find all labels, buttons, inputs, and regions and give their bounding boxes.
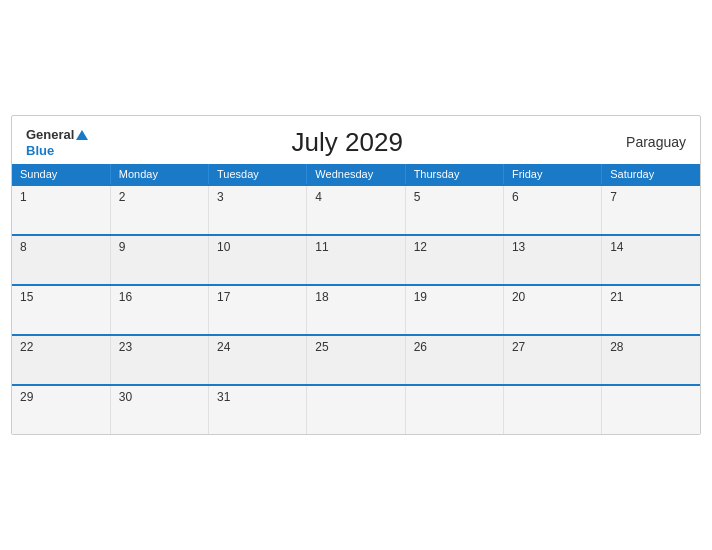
- calendar: General Blue July 2029 Paraguay Sunday M…: [11, 115, 701, 435]
- day-number: 18: [315, 290, 396, 304]
- day-number: 14: [610, 240, 692, 254]
- calendar-day-cell: 11: [307, 235, 405, 285]
- calendar-title: July 2029: [88, 127, 606, 158]
- calendar-day-cell: 21: [602, 285, 700, 335]
- country-label: Paraguay: [606, 134, 686, 150]
- calendar-day-cell: 6: [503, 185, 601, 235]
- calendar-day-cell: 16: [110, 285, 208, 335]
- calendar-day-cell: 25: [307, 335, 405, 385]
- day-number: 10: [217, 240, 298, 254]
- calendar-week-row: 22232425262728: [12, 335, 700, 385]
- calendar-day-cell: 10: [209, 235, 307, 285]
- day-number: 6: [512, 190, 593, 204]
- calendar-day-cell: 29: [12, 385, 110, 434]
- calendar-day-cell: 23: [110, 335, 208, 385]
- calendar-day-cell: 19: [405, 285, 503, 335]
- logo-general: General: [26, 127, 74, 142]
- logo-triangle-icon: [76, 130, 88, 140]
- calendar-day-cell: 30: [110, 385, 208, 434]
- calendar-week-row: 293031: [12, 385, 700, 434]
- calendar-header: General Blue July 2029 Paraguay: [12, 116, 700, 164]
- calendar-day-cell: 12: [405, 235, 503, 285]
- day-number: 26: [414, 340, 495, 354]
- day-number: 17: [217, 290, 298, 304]
- day-number: 30: [119, 390, 200, 404]
- calendar-day-cell: 5: [405, 185, 503, 235]
- day-number: 31: [217, 390, 298, 404]
- header-sunday: Sunday: [12, 164, 110, 185]
- calendar-day-cell: 31: [209, 385, 307, 434]
- weekday-header-row: Sunday Monday Tuesday Wednesday Thursday…: [12, 164, 700, 185]
- header-friday: Friday: [503, 164, 601, 185]
- header-tuesday: Tuesday: [209, 164, 307, 185]
- day-number: 8: [20, 240, 102, 254]
- calendar-day-cell: [405, 385, 503, 434]
- calendar-day-cell: 27: [503, 335, 601, 385]
- calendar-day-cell: 8: [12, 235, 110, 285]
- calendar-week-row: 891011121314: [12, 235, 700, 285]
- calendar-day-cell: 4: [307, 185, 405, 235]
- header-wednesday: Wednesday: [307, 164, 405, 185]
- day-number: 27: [512, 340, 593, 354]
- day-number: 12: [414, 240, 495, 254]
- day-number: 22: [20, 340, 102, 354]
- day-number: 23: [119, 340, 200, 354]
- calendar-day-cell: 26: [405, 335, 503, 385]
- calendar-day-cell: 20: [503, 285, 601, 335]
- calendar-day-cell: 7: [602, 185, 700, 235]
- calendar-day-cell: 9: [110, 235, 208, 285]
- calendar-day-cell: 2: [110, 185, 208, 235]
- day-number: 29: [20, 390, 102, 404]
- calendar-day-cell: 15: [12, 285, 110, 335]
- header-thursday: Thursday: [405, 164, 503, 185]
- logo: General Blue: [26, 126, 88, 158]
- day-number: 2: [119, 190, 200, 204]
- calendar-day-cell: 24: [209, 335, 307, 385]
- calendar-day-cell: [503, 385, 601, 434]
- calendar-day-cell: 28: [602, 335, 700, 385]
- calendar-week-row: 1234567: [12, 185, 700, 235]
- day-number: 3: [217, 190, 298, 204]
- calendar-thead: Sunday Monday Tuesday Wednesday Thursday…: [12, 164, 700, 185]
- day-number: 21: [610, 290, 692, 304]
- day-number: 28: [610, 340, 692, 354]
- day-number: 13: [512, 240, 593, 254]
- calendar-body: 1234567891011121314151617181920212223242…: [12, 185, 700, 434]
- calendar-week-row: 15161718192021: [12, 285, 700, 335]
- day-number: 1: [20, 190, 102, 204]
- calendar-day-cell: 13: [503, 235, 601, 285]
- calendar-table: Sunday Monday Tuesday Wednesday Thursday…: [12, 164, 700, 434]
- day-number: 20: [512, 290, 593, 304]
- calendar-day-cell: 17: [209, 285, 307, 335]
- calendar-day-cell: [307, 385, 405, 434]
- day-number: 4: [315, 190, 396, 204]
- calendar-day-cell: 14: [602, 235, 700, 285]
- day-number: 25: [315, 340, 396, 354]
- logo-text: General: [26, 126, 88, 142]
- day-number: 9: [119, 240, 200, 254]
- day-number: 24: [217, 340, 298, 354]
- day-number: 7: [610, 190, 692, 204]
- calendar-day-cell: 22: [12, 335, 110, 385]
- day-number: 11: [315, 240, 396, 254]
- day-number: 16: [119, 290, 200, 304]
- calendar-day-cell: 18: [307, 285, 405, 335]
- day-number: 15: [20, 290, 102, 304]
- logo-blue: Blue: [26, 143, 54, 158]
- day-number: 5: [414, 190, 495, 204]
- calendar-day-cell: 1: [12, 185, 110, 235]
- day-number: 19: [414, 290, 495, 304]
- header-saturday: Saturday: [602, 164, 700, 185]
- header-monday: Monday: [110, 164, 208, 185]
- calendar-day-cell: 3: [209, 185, 307, 235]
- calendar-day-cell: [602, 385, 700, 434]
